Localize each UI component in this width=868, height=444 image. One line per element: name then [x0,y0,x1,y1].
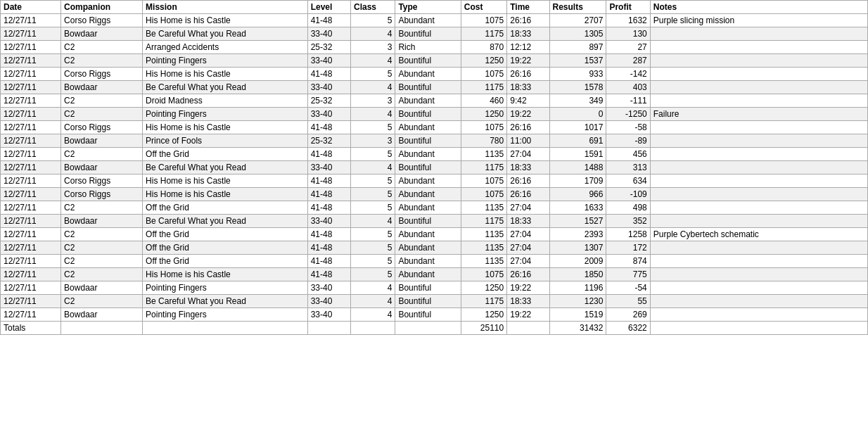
cell: Corso Riggs [61,68,143,81]
cell: 269 [606,308,650,322]
cell: 33-40 [307,81,350,94]
cell: 12/27/11 [1,188,61,201]
cell [650,255,867,268]
table-row: 12/27/11C2Arranged Accidents25-323Rich87… [1,41,868,54]
cell: 12/27/11 [1,215,61,228]
cell: 1075 [461,188,506,201]
cell [650,188,867,201]
cell: Prince of Fools [143,134,308,148]
cell: C2 [61,148,143,161]
cell: 41-48 [307,121,350,134]
table-row: 12/27/11BowdaarPointing Fingers33-404Bou… [1,308,868,322]
cell: Abundant [395,94,461,108]
cell: Be Careful What you Read [143,215,308,228]
table-row: 12/27/11Corso RiggsHis Home is his Castl… [1,175,868,188]
cell: 18:33 [507,215,549,228]
table-row: 12/27/11BowdaarBe Careful What you Read3… [1,81,868,94]
table-row: 12/27/11BowdaarPrince of Fools25-323Boun… [1,134,868,148]
cell: Corso Riggs [61,188,143,201]
totals-cell [307,322,350,335]
totals-cell [350,322,395,335]
cell [650,27,867,41]
cell: 12/27/11 [1,148,61,161]
cell: 3 [350,134,395,148]
totals-cell [395,322,461,335]
totals-row: Totals25110314326322 [1,322,868,335]
cell: 1633 [549,201,606,215]
cell: Off the Grid [143,255,308,268]
table-row: 12/27/11C2Off the Grid41-485Abundant1135… [1,201,868,215]
cell: 0 [549,108,606,121]
cell: 9:42 [507,94,549,108]
cell: 1632 [606,14,650,27]
cell: 5 [350,68,395,81]
cell [650,41,867,54]
cell: Purple Cybertech schematic [650,228,867,241]
cell: 12/27/11 [1,68,61,81]
cell: C2 [61,201,143,215]
col-mission: Mission [143,1,308,14]
col-time: Time [507,1,549,14]
cell [650,121,867,134]
col-notes: Notes [650,1,867,14]
cell: 1135 [461,228,506,241]
cell: 870 [461,41,506,54]
cell: 1488 [549,161,606,175]
cell: 27:04 [507,241,549,255]
cell: -89 [606,134,650,148]
cell: Rich [395,41,461,54]
cell: 55 [606,295,650,308]
cell: Bountiful [395,215,461,228]
cell: Bowdaar [61,81,143,94]
cell: 5 [350,255,395,268]
cell: -54 [606,281,650,295]
cell: 12/27/11 [1,81,61,94]
cell: 41-48 [307,68,350,81]
table-row: 12/27/11BowdaarBe Careful What you Read3… [1,27,868,41]
cell: 26:16 [507,175,549,188]
cell: 26:16 [507,121,549,134]
totals-cell [507,322,549,335]
table-row: 12/27/11Corso RiggsHis Home is his Castl… [1,68,868,81]
totals-cell: Totals [1,322,61,335]
cell: 12/27/11 [1,175,61,188]
cell: 12/27/11 [1,268,61,281]
cell [650,68,867,81]
cell: 172 [606,241,650,255]
cell: Bowdaar [61,215,143,228]
cell: 27 [606,41,650,54]
table-row: 12/27/11C2Off the Grid41-485Abundant1135… [1,148,868,161]
table-row: 12/27/11C2His Home is his Castle41-485Ab… [1,268,868,281]
cell: 27:04 [507,201,549,215]
cell: Abundant [395,175,461,188]
cell: 12/27/11 [1,54,61,68]
cell [650,161,867,175]
cell: -142 [606,68,650,81]
table-row: 12/27/11C2Pointing Fingers33-404Bountifu… [1,54,868,68]
cell: 5 [350,148,395,161]
cell [650,54,867,68]
cell: 41-48 [307,14,350,27]
cell: 5 [350,14,395,27]
cell: 26:16 [507,268,549,281]
cell: Abundant [395,121,461,134]
cell [650,94,867,108]
cell: 1175 [461,27,506,41]
cell: 27:04 [507,255,549,268]
cell: 33-40 [307,295,350,308]
cell: 1175 [461,81,506,94]
cell: 1709 [549,175,606,188]
cell: 634 [606,175,650,188]
cell [650,215,867,228]
col-class: Class [350,1,395,14]
cell: 33-40 [307,108,350,121]
cell: 1850 [549,268,606,281]
cell: 349 [549,94,606,108]
cell: 1591 [549,148,606,161]
cell: 27:04 [507,228,549,241]
cell: Bowdaar [61,308,143,322]
cell: Abundant [395,228,461,241]
cell: 1075 [461,175,506,188]
cell: 18:33 [507,161,549,175]
cell: 1258 [606,228,650,241]
